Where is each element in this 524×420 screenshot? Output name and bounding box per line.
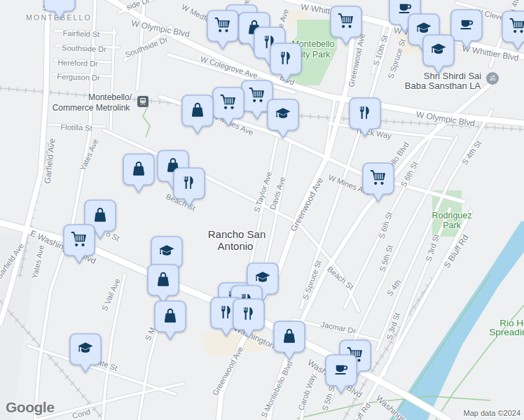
- street-label: Baba Sansthan LA: [405, 80, 481, 91]
- poi-marker-cafe[interactable]: [324, 354, 358, 395]
- poi-marker-cart[interactable]: [361, 162, 395, 203]
- poi-marker-cart[interactable]: [329, 5, 363, 46]
- street-label: Fairfield St: [63, 29, 100, 38]
- poi-marker-bag[interactable]: [122, 153, 156, 194]
- poi-marker-cart[interactable]: [212, 86, 245, 127]
- poi-marker-bag[interactable]: [181, 94, 214, 135]
- park-label: Park: [443, 220, 461, 230]
- google-logo[interactable]: Google: [6, 399, 54, 416]
- place-label: Rancho San: [208, 228, 266, 240]
- poi-marker-restaurant[interactable]: [232, 298, 266, 339]
- om-place-icon[interactable]: ॐ: [486, 72, 499, 85]
- park-label: Spreading Grou: [489, 327, 524, 337]
- poi-marker-restaurant[interactable]: [348, 97, 382, 138]
- street-label: Montebello/: [88, 92, 132, 102]
- street-label: Flotilla St: [60, 122, 92, 132]
- poi-marker-restaurant[interactable]: [269, 42, 303, 83]
- park-label: Rodriguez: [432, 211, 472, 220]
- map-canvas[interactable]: Fairfield StSouthside DrHereford DrFergu…: [0, 0, 524, 420]
- transit-station-icon[interactable]: [137, 96, 149, 107]
- poi-marker-restaurant[interactable]: [172, 167, 206, 208]
- street-label: Commerce Metrolink: [53, 103, 130, 113]
- poi-marker-bag[interactable]: [153, 300, 187, 341]
- poi-marker-cart[interactable]: [206, 9, 240, 50]
- poi-marker-grad[interactable]: [422, 34, 455, 75]
- poi-marker-cart[interactable]: [62, 223, 96, 265]
- poi-marker-cafe[interactable]: [43, 0, 76, 20]
- street-label: Ferguson Dr: [57, 72, 100, 82]
- place-label: Antonio: [218, 240, 254, 252]
- poi-marker-grad[interactable]: [266, 98, 300, 139]
- poi-marker-bag[interactable]: [146, 263, 180, 304]
- street-label: Southside Dr: [62, 43, 106, 53]
- poi-marker-cart[interactable]: [501, 10, 524, 51]
- street-label: Hereford Dr: [57, 58, 98, 68]
- map-attribution: Map data ©2024: [464, 409, 521, 417]
- poi-marker-bag[interactable]: [273, 320, 306, 361]
- poi-marker-grad[interactable]: [69, 332, 102, 374]
